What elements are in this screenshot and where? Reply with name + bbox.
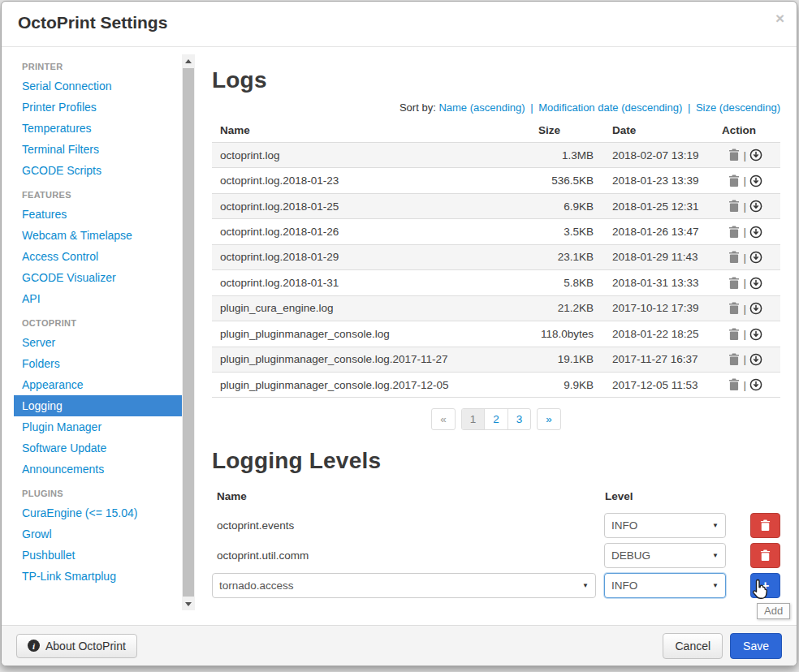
download-log-icon[interactable] xyxy=(749,226,762,239)
sidebar-item-printer-profiles[interactable]: Printer Profiles xyxy=(14,97,183,118)
sidebar-item-curaengine[interactable]: CuraEngine (<= 15.04) xyxy=(14,502,183,523)
log-file-size: 3.5KB xyxy=(530,219,602,244)
download-log-icon[interactable] xyxy=(749,277,762,290)
sidebar-item-tp-link-smartplug[interactable]: TP-Link Smartplug xyxy=(14,566,183,587)
delete-log-icon[interactable] xyxy=(728,328,740,341)
log-file-actions: | xyxy=(714,244,780,269)
download-log-icon[interactable] xyxy=(749,251,762,264)
action-separator: | xyxy=(743,277,746,289)
action-separator: | xyxy=(743,379,746,391)
download-log-icon[interactable] xyxy=(749,378,762,391)
log-file-name: octoprint.log.2018-01-26 xyxy=(212,219,530,244)
cancel-button[interactable]: Cancel xyxy=(663,633,723,659)
plus-icon: + xyxy=(762,579,770,592)
download-log-icon[interactable] xyxy=(749,328,762,341)
sidebar-item-features[interactable]: Features xyxy=(14,204,183,225)
delete-log-icon[interactable] xyxy=(728,200,740,213)
pagination-page-1[interactable]: 1 xyxy=(462,409,485,429)
table-row: plugin_pluginmanager_console.log.2017-11… xyxy=(212,347,780,372)
table-row: octoprint.log.2018-01-26 3.5KB 2018-01-2… xyxy=(212,219,780,244)
sort-modification-date-link[interactable]: Modification date (descending) xyxy=(538,101,682,114)
delete-log-icon[interactable] xyxy=(728,226,740,239)
sidebar-item-api[interactable]: API xyxy=(14,288,183,309)
column-header-action: Action xyxy=(714,118,780,143)
sort-name-link[interactable]: Name (ascending) xyxy=(438,101,525,114)
delete-level-button[interactable] xyxy=(750,513,780,538)
sidebar-scrollbar[interactable] xyxy=(182,54,195,610)
add-level-button[interactable]: + xyxy=(750,573,780,598)
pagination-prev-button[interactable]: « xyxy=(431,408,456,430)
log-file-date: 2018-01-22 18:25 xyxy=(602,321,714,347)
log-file-date: 2018-01-31 13:33 xyxy=(602,270,714,295)
delete-log-icon[interactable] xyxy=(728,251,740,264)
logging-levels-header-row: Name Level xyxy=(212,490,780,502)
sidebar-item-temperatures[interactable]: Temperatures xyxy=(14,118,183,139)
delete-log-icon[interactable] xyxy=(728,277,740,290)
log-file-date: 2018-01-29 11:43 xyxy=(602,244,714,269)
pagination-page-2[interactable]: 2 xyxy=(484,409,507,429)
sidebar-item-announcements[interactable]: Announcements xyxy=(14,459,183,480)
pagination-page-3[interactable]: 3 xyxy=(507,409,531,429)
delete-log-icon[interactable] xyxy=(728,149,740,162)
action-separator: | xyxy=(743,226,746,238)
delete-log-icon[interactable] xyxy=(728,353,740,366)
logs-pagination: « 1 2 3 » xyxy=(212,408,780,430)
sidebar-item-terminal-filters[interactable]: Terminal Filters xyxy=(14,139,183,160)
log-file-date: 2017-12-05 11:53 xyxy=(602,372,714,397)
scroll-down-icon[interactable] xyxy=(182,597,195,610)
delete-level-button[interactable] xyxy=(750,543,780,568)
log-file-actions: | xyxy=(714,270,780,295)
log-file-name: plugin_pluginmanager_console.log xyxy=(212,321,530,347)
sidebar-item-logging[interactable]: Logging xyxy=(14,395,183,416)
download-log-icon[interactable] xyxy=(749,200,762,213)
download-log-icon[interactable] xyxy=(749,302,762,315)
column-header-name: Name xyxy=(212,118,530,143)
table-row: octoprint.log.2018-01-29 23.1KB 2018-01-… xyxy=(212,244,780,269)
about-octoprint-button[interactable]: i About OctoPrint xyxy=(16,634,137,658)
log-file-size: 536.5KB xyxy=(530,168,602,193)
sidebar-item-serial-connection[interactable]: Serial Connection xyxy=(14,75,183,97)
logging-levels-heading: Logging Levels xyxy=(212,448,780,474)
close-icon[interactable]: × xyxy=(775,11,784,26)
action-separator: | xyxy=(743,200,746,213)
scroll-up-icon[interactable] xyxy=(182,54,195,67)
download-log-icon[interactable] xyxy=(749,353,762,366)
levels-column-header-level: Level xyxy=(604,490,726,502)
settings-nav: PRINTER Serial Connection Printer Profil… xyxy=(2,48,183,587)
delete-log-icon[interactable] xyxy=(728,378,740,391)
component-select[interactable]: tornado.access xyxy=(212,573,596,598)
new-level-select[interactable]: INFO xyxy=(604,573,726,598)
sort-size-link[interactable]: Size (descending) xyxy=(696,101,780,114)
modal-title: OctoPrint Settings xyxy=(18,13,167,32)
log-file-name: octoprint.log xyxy=(212,143,530,168)
sidebar-item-webcam-timelapse[interactable]: Webcam & Timelapse xyxy=(14,225,183,246)
table-row: octoprint.log.2018-01-23 536.5KB 2018-01… xyxy=(212,168,780,193)
pagination-next-button[interactable]: » xyxy=(537,408,561,430)
save-button[interactable]: Save xyxy=(730,633,782,659)
sidebar-item-folders[interactable]: Folders xyxy=(14,353,183,374)
log-file-size: 19.1KB xyxy=(530,347,602,372)
level-select-octoprint-util-comm[interactable]: DEBUG xyxy=(604,543,726,568)
sidebar-item-plugin-manager[interactable]: Plugin Manager xyxy=(14,416,183,437)
sidebar-item-server[interactable]: Server xyxy=(14,332,183,353)
sidebar-item-access-control[interactable]: Access Control xyxy=(14,246,183,267)
info-icon: i xyxy=(28,640,40,652)
logger-name: octoprint.util.comm xyxy=(212,549,596,562)
download-log-icon[interactable] xyxy=(749,174,762,187)
log-file-name: octoprint.log.2018-01-25 xyxy=(212,193,530,218)
sidebar-item-gcode-visualizer[interactable]: GCODE Visualizer xyxy=(14,267,183,288)
log-file-name: plugin_pluginmanager_console.log.2017-11… xyxy=(212,347,530,372)
sidebar-item-software-update[interactable]: Software Update xyxy=(14,437,183,459)
level-select-octoprint-events[interactable]: INFO xyxy=(604,513,726,538)
logging-level-row: octoprint.util.comm DEBUG ▼ xyxy=(212,542,780,569)
sidebar-item-appearance[interactable]: Appearance xyxy=(14,374,183,395)
sidebar-item-gcode-scripts[interactable]: GCODE Scripts xyxy=(14,160,183,181)
scrollbar-thumb[interactable] xyxy=(183,68,194,597)
delete-log-icon[interactable] xyxy=(728,302,740,315)
action-separator: | xyxy=(743,328,746,340)
sidebar-item-growl[interactable]: Growl xyxy=(14,523,183,545)
logs-table-header-row: Name Size Date Action xyxy=(212,118,780,143)
sidebar-item-pushbullet[interactable]: Pushbullet xyxy=(14,545,183,566)
download-log-icon[interactable] xyxy=(749,149,762,162)
delete-log-icon[interactable] xyxy=(728,174,740,187)
